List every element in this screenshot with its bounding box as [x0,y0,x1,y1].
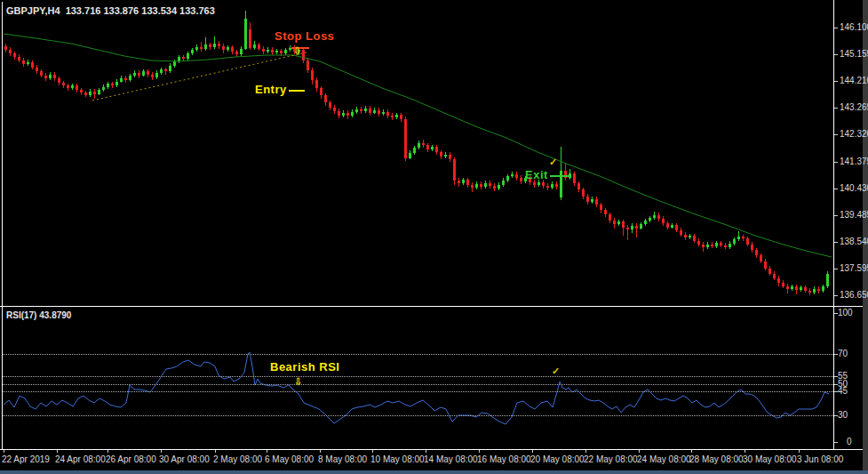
price-tick [834,269,838,269]
entry-label[interactable]: Entry [255,83,287,96]
rsi-tick [834,442,838,443]
price-tick [834,162,838,163]
time-tick [161,450,162,453]
price-axis-label: 139.485 [840,210,868,220]
price-tick [834,189,838,189]
bearish-rsi-label[interactable]: Bearish RSI [270,360,339,374]
rsi-indicator-label: RSI(17) 43.8790 [6,310,71,320]
price-axis-label: 137.595 [840,263,868,273]
time-axis-label: 28 May 08:00 [689,454,744,464]
rsi-level-label: 30 [838,410,848,420]
pane-splitter[interactable] [0,306,868,307]
rsi-level-label: 45 [838,386,848,396]
price-axis-label: 140.430 [840,183,868,193]
rsi-level-label: 100 [838,308,853,317]
time-tick [532,450,533,453]
price-axis-label: 142.320 [840,129,868,139]
price-tick [834,108,838,108]
time-tick [108,450,108,453]
symbol-ohlc-label: GBPJPY,H4 133.716 133.876 133.534 133.76… [6,5,215,16]
price-axis-separator [833,0,834,449]
time-tick [639,450,640,453]
price-axis-label: 136.650 [840,290,868,300]
time-tick [799,450,800,453]
exit-line[interactable] [550,175,569,177]
exit-label[interactable]: Exit [525,168,548,181]
chart-left-border [2,2,3,449]
time-axis-label: 22 May 08:00 [584,454,638,464]
price-tick [834,242,838,243]
time-axis-label: 16 May 08:00 [477,454,531,464]
time-axis-label: 24 Apr 08:00 [55,454,106,464]
price-tick [834,54,838,55]
time-tick [745,450,745,453]
time-axis-label: 26 Apr 08:00 [106,454,156,464]
price-tick [834,134,838,135]
moving-average-line [4,34,832,257]
rsi-level-line [3,354,833,355]
time-axis-label: 10 May 08:00 [370,454,425,464]
time-tick [4,450,4,453]
time-tick [372,450,373,453]
time-tick [479,450,480,453]
time-axis-label: 2 May 08:00 [213,454,262,464]
sell-arrow-icon[interactable]: ⇩ [293,46,301,56]
rsi-level-line [3,376,833,377]
rsi-level-line [3,415,833,416]
time-axis-label: 20 May 08:00 [530,454,585,464]
chart-lines-layer [0,0,868,474]
stop-loss-label[interactable]: Stop Loss [275,29,334,43]
mt4-chart-window: 146.100145.155144.210143.265142.320141.3… [0,0,868,474]
price-axis-label: 145.155 [840,49,868,59]
time-tick [267,450,267,453]
price-tick [834,81,838,82]
time-axis-label: 14 May 08:00 [424,454,478,464]
window-bottom-edge [0,470,868,474]
time-axis-label: 8 May 08:00 [318,454,367,464]
rsi-level-line [3,391,833,392]
entry-line[interactable] [289,90,305,92]
rsi-check-icon[interactable]: ✓ [552,366,560,376]
price-tick [834,295,838,296]
price-axis-label: 141.375 [840,157,868,166]
price-axis-label: 138.540 [840,237,868,246]
time-axis-label: 3 Jun 08:00 [797,454,843,464]
time-tick [320,450,321,453]
price-tick [834,28,838,28]
time-axis-separator [0,449,868,450]
time-tick [585,450,586,453]
time-axis-label: 30 Apr 08:00 [159,454,210,464]
time-tick [691,450,692,453]
time-axis-label: 24 May 08:00 [637,454,691,464]
rsi-level-line [3,384,833,385]
time-tick [426,450,426,453]
price-tick [834,215,838,216]
rsi-sell-arrow-icon[interactable]: ⇩ [294,377,302,387]
rsi-level-label: 0 [847,437,852,446]
time-axis-label: 30 May 08:00 [743,454,797,464]
time-tick [57,450,58,453]
rsi-line [4,352,829,424]
price-axis-label: 144.210 [840,76,868,85]
time-axis-label: 22 Apr 2019 [2,454,50,464]
time-tick [215,450,216,453]
price-axis-label: 146.100 [840,22,868,32]
rsi-level-label: 70 [838,349,848,358]
price-axis-label: 143.265 [840,102,868,112]
exit-check-icon[interactable]: ✓ [549,157,557,167]
time-axis-label: 6 May 08:00 [265,454,314,464]
